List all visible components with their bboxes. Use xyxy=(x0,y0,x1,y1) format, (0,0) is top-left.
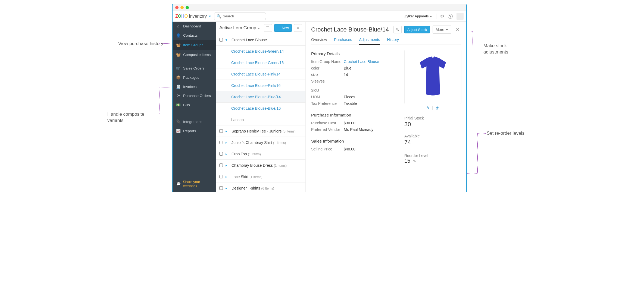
org-switcher[interactable]: Zylkar Apparels ▼ xyxy=(404,14,432,18)
edit-reorder-button[interactable]: ✎ xyxy=(413,159,416,163)
plus-icon[interactable]: ＋ xyxy=(208,42,212,48)
available-stock-label: Available xyxy=(404,134,461,138)
plug-icon: 🔌 xyxy=(176,119,180,124)
sidebar-item-item-groups[interactable]: 🧺Item Groups＋ xyxy=(173,40,216,50)
help-icon[interactable]: ? xyxy=(448,14,453,19)
item-group-row[interactable]: ▾ Crochet Lace Blouse xyxy=(216,34,305,46)
feedback-link[interactable]: 💬Share your feedback xyxy=(173,176,216,192)
row-checkbox[interactable] xyxy=(219,175,223,178)
chevron-right-icon[interactable]: ▸ xyxy=(226,186,229,190)
item-group-row[interactable]: ▸ Designer T-shirts (6 Items) xyxy=(216,182,305,192)
row-checkbox[interactable] xyxy=(219,186,223,190)
row-checkbox[interactable] xyxy=(219,38,223,42)
variant-row[interactable]: Crochet Lace Blouse-Blue/16 xyxy=(216,103,305,114)
row-checkbox[interactable] xyxy=(219,152,223,156)
brand-product: Inventory xyxy=(189,14,207,19)
more-menu-button[interactable]: More▼ xyxy=(433,26,451,34)
item-group-panel: Active Item Group ▼ ☰ ＋New ≡ ▾ Crochet L… xyxy=(216,22,306,192)
chevron-right-icon[interactable]: ▸ xyxy=(226,129,229,133)
tab-purchases[interactable]: Purchases xyxy=(334,35,352,45)
sidebar-item-bills[interactable]: 💵Bills xyxy=(173,100,216,109)
gear-icon[interactable]: ⚙ xyxy=(440,14,444,19)
variant-row[interactable]: Crochet Lace Blouse-Green/16 xyxy=(216,57,305,68)
receipt-icon: 💵 xyxy=(176,103,180,107)
topbar: ZOHO Inventory ▼ 🔍 Zylkar Apparels ▼ ⚙ ? xyxy=(173,11,466,22)
item-group-row[interactable]: ▸ Soprano Henley Tee - Juniors (5 Items) xyxy=(216,125,305,137)
item-group-row[interactable]: ▸ Chambray Blouse Dress (1 Items) xyxy=(216,160,305,171)
annotation-purchase-history: View purchase history xyxy=(118,41,164,47)
window-min-dot[interactable] xyxy=(180,6,184,9)
item-detail-panel: Crochet Lace Blouse-Blue/14 ✎ Adjust Sto… xyxy=(306,22,466,192)
reorder-level-label: Reorder Level xyxy=(404,153,428,158)
initial-stock-value: 30 xyxy=(404,121,461,128)
tab-history[interactable]: History xyxy=(387,35,399,45)
detail-tabs: Overview Purchases Adjustments History xyxy=(311,35,461,45)
window-titlebar xyxy=(173,4,466,11)
item-group-row[interactable]: ▸ Lace Skirt (1 Items) xyxy=(216,171,305,182)
row-checkbox[interactable] xyxy=(219,141,223,144)
plus-icon: ＋ xyxy=(277,26,281,30)
row-checkbox[interactable] xyxy=(219,129,223,133)
sidebar-item-dashboard[interactable]: ⌂Dashboard xyxy=(173,22,216,31)
sidebar-item-sales-orders[interactable]: 🛒Sales Orders xyxy=(173,64,216,73)
chevron-down-icon: ▼ xyxy=(208,15,211,18)
purchase-info-heading: Purchase Information xyxy=(311,113,397,118)
variant-row[interactable]: Crochet Lace Blouse-Pink/16 xyxy=(216,80,305,91)
box-icon: 📦 xyxy=(176,75,180,80)
sales-info-heading: Sales Information xyxy=(311,139,397,144)
chevron-right-icon[interactable]: ▸ xyxy=(226,175,229,179)
search-input[interactable] xyxy=(223,14,268,18)
primary-details-heading: Primary Details xyxy=(311,51,397,56)
window-close-dot[interactable] xyxy=(175,6,179,9)
sidebar-item-contacts[interactable]: 👤Contacts xyxy=(173,31,216,40)
delete-image-button[interactable]: 🗑 xyxy=(435,106,439,110)
chevron-right-icon[interactable]: ▸ xyxy=(226,141,229,144)
item-group-filter[interactable]: Active Item Group ▼ xyxy=(219,25,262,31)
sidebar-item-purchase-orders[interactable]: 🛍Purchase Orders xyxy=(173,91,216,100)
variant-row[interactable]: Crochet Lace Blouse-Green/14 xyxy=(216,46,305,57)
app-window: ZOHO Inventory ▼ 🔍 Zylkar Apparels ▼ ⚙ ?… xyxy=(172,4,467,192)
item-group-row[interactable]: ▸ Junior's Chambray Shirt (1 Items) xyxy=(216,137,305,148)
row-checkbox[interactable] xyxy=(219,163,223,167)
brand[interactable]: ZOHO Inventory ▼ xyxy=(175,14,211,19)
list-view-button[interactable]: ≡ xyxy=(294,24,302,32)
variant-row[interactable]: Lanson xyxy=(216,114,305,125)
variant-row[interactable]: Crochet Lace Blouse-Pink/14 xyxy=(216,68,305,80)
sidebar: ⌂Dashboard 👤Contacts 🧺Item Groups＋ 🧺Comp… xyxy=(173,22,216,192)
tab-overview[interactable]: Overview xyxy=(311,35,327,45)
item-title: Crochet Lace Blouse-Blue/14 xyxy=(311,26,391,33)
variant-row[interactable]: Crochet Lace Blouse-Blue/14 xyxy=(216,91,305,103)
annotation-reorder-levels: Set re-order levels xyxy=(487,130,536,137)
item-image xyxy=(404,50,461,104)
sidebar-item-reports[interactable]: 📈Reports xyxy=(173,126,216,135)
item-group-link[interactable]: Crochet Lace Blouse xyxy=(344,59,379,64)
avatar[interactable] xyxy=(457,13,464,20)
edit-item-button[interactable]: ✎ xyxy=(393,26,402,33)
item-group-list[interactable]: ▾ Crochet Lace Blouse Crochet Lace Blous… xyxy=(216,34,305,192)
reorder-level-value: 15 xyxy=(404,158,410,164)
close-icon: ✕ xyxy=(456,27,460,32)
blouse-icon xyxy=(418,56,448,97)
sidebar-item-invoices[interactable]: 🧾Invoices xyxy=(173,82,216,91)
sidebar-item-packages[interactable]: 📦Packages xyxy=(173,73,216,82)
user-icon: 👤 xyxy=(176,33,180,37)
chart-icon: 📈 xyxy=(176,129,180,133)
new-item-group-button[interactable]: ＋New xyxy=(274,24,292,32)
adjust-stock-button[interactable]: Adjust Stock xyxy=(404,26,430,33)
search-box[interactable]: 🔍 xyxy=(214,12,266,20)
tree-icon: ☰ xyxy=(266,26,270,30)
chevron-down-icon[interactable]: ▾ xyxy=(226,38,229,42)
annotation-composite-variants: Handle composite variants xyxy=(107,111,159,124)
item-group-row[interactable]: ▸ Crop Top (1 Items) xyxy=(216,148,305,160)
chevron-right-icon[interactable]: ▸ xyxy=(226,152,229,156)
window-max-dot[interactable] xyxy=(186,6,189,9)
sidebar-item-composite-items[interactable]: 🧺Composite Items xyxy=(173,50,216,59)
available-stock-value: 74 xyxy=(404,139,461,146)
edit-image-button[interactable]: ✎ xyxy=(427,106,430,110)
tree-view-button[interactable]: ☰ xyxy=(264,24,272,32)
sidebar-item-integrations[interactable]: 🔌Integrations xyxy=(173,117,216,126)
chevron-right-icon[interactable]: ▸ xyxy=(226,163,229,167)
close-button[interactable]: ✕ xyxy=(454,26,461,34)
search-icon: 🔍 xyxy=(217,14,221,18)
tab-adjustments[interactable]: Adjustments xyxy=(359,35,380,45)
